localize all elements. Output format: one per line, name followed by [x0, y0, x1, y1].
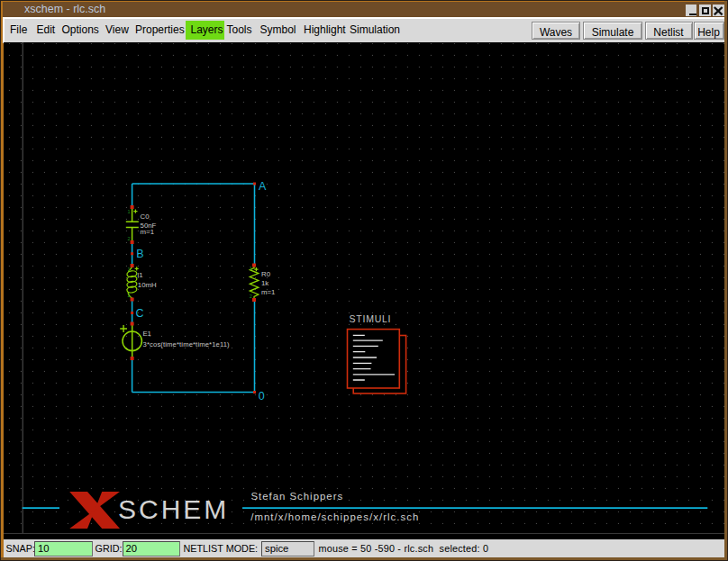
svg-text:l1: l1 [138, 271, 143, 279]
svg-text:SCHEM: SCHEM [118, 494, 229, 524]
svg-text:1: 1 [250, 266, 252, 271]
svg-text:10mH: 10mH [138, 281, 157, 289]
svg-text:0: 0 [259, 390, 265, 403]
svg-text:m=1: m=1 [141, 228, 154, 236]
svg-text:2: 2 [128, 293, 131, 298]
svg-text:1: 1 [128, 209, 131, 214]
svg-text:m=1: m=1 [261, 288, 275, 296]
svg-text:STIMULI: STIMULI [350, 313, 392, 324]
svg-text:/mnt/x/home/schippes/x/rlc.sch: /mnt/x/home/schippes/x/rlc.sch [250, 511, 419, 522]
svg-text:2: 2 [250, 294, 252, 299]
svg-text:3*cos(time*time*time*1e11): 3*cos(time*time*time*1e11) [143, 340, 231, 348]
svg-text:C0: C0 [141, 213, 150, 221]
svg-text:E1: E1 [142, 330, 151, 338]
svg-text:Stefan Schippers: Stefan Schippers [250, 491, 343, 502]
svg-text:2: 2 [128, 236, 131, 241]
svg-text:A: A [259, 180, 267, 193]
svg-text:C: C [136, 307, 144, 320]
svg-text:1: 1 [128, 267, 131, 272]
svg-text:B: B [136, 248, 143, 260]
svg-text:R0: R0 [261, 270, 271, 278]
svg-text:1k: 1k [261, 279, 268, 287]
